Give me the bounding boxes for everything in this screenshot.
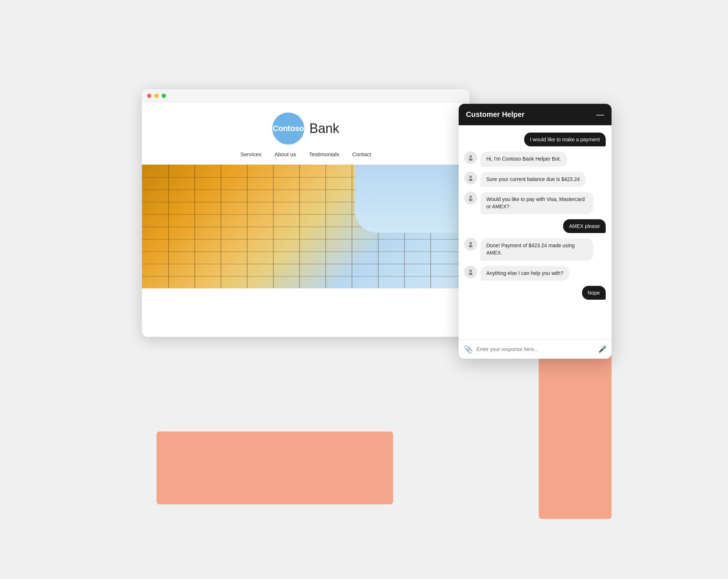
svg-rect-7 [469,245,472,248]
mic-icon[interactable]: 🎤 [598,345,606,353]
chat-minimize-button[interactable]: — [596,111,604,119]
bot-avatar-6 [464,238,477,251]
browser-dot-close[interactable] [147,94,151,98]
chat-input[interactable] [476,346,595,352]
deco-block-left [157,432,393,504]
browser-content: Contoso Bank Services About us Testimoni… [142,102,470,288]
nav-services[interactable]: Services [241,151,262,157]
svg-rect-3 [469,178,472,181]
svg-point-0 [470,155,472,158]
chat-message-bot-3: Sure your current balance due is $423.24 [480,172,586,187]
bot-avatar-2 [464,151,477,164]
bank-nav: Services About us Testimonials Contact [241,151,371,157]
bot-avatar-3 [464,172,477,184]
chat-message-user-8: Nope [582,286,606,300]
chat-input-area: 📎 🎤 [459,339,612,359]
chat-message-bot-row-6: Done! Payment of $423.24 made using AMEX… [464,238,606,260]
chat-message-user-1: I would like to make a payment [524,133,606,146]
bank-logo-text: Contoso [273,124,304,133]
attach-icon[interactable]: 📎 [464,345,473,354]
bot-icon-3 [467,174,474,182]
chat-message-bot-4: Would you like to pay with Visa, Masterc… [480,192,593,214]
chat-message-bot-2: Hi, I'm Contoso Bank Helper Bot. [480,151,567,167]
svg-rect-5 [469,199,472,201]
bot-icon-4 [467,194,474,202]
svg-rect-1 [469,158,472,161]
scene: Contoso Bank Services About us Testimoni… [127,53,601,526]
hero-image [142,165,470,288]
browser-dot-minimize[interactable] [154,94,159,98]
svg-point-4 [470,196,472,198]
bot-icon-7 [467,268,474,276]
chat-message-bot-row-3: Sure your current balance due is $423.24 [464,172,606,187]
chat-message-bot-6: Done! Payment of $423.24 made using AMEX… [480,238,593,260]
svg-point-2 [470,176,472,178]
chat-header-title: Customer Helper [466,110,525,119]
browser-window: Contoso Bank Services About us Testimoni… [142,89,470,337]
chat-header: Customer Helper — [459,104,612,125]
bot-avatar-4 [464,192,477,204]
chat-message-bot-row-7: Anything else I can help you with? [464,266,606,281]
chat-message-bot-row-4: Would you like to pay with Visa, Masterc… [464,192,606,214]
chat-widget: Customer Helper — I would like to make a… [459,104,612,359]
svg-point-8 [470,269,472,272]
nav-about[interactable]: About us [274,151,296,157]
browser-dot-maximize[interactable] [162,94,166,98]
chat-message-user-5: AMEX please [563,219,606,233]
bank-logo-circle: Contoso [272,113,304,145]
bank-name: Bank [309,121,339,136]
svg-point-6 [470,242,472,245]
bot-icon-2 [467,154,474,161]
bot-avatar-7 [464,266,477,278]
browser-chrome [142,89,470,102]
bank-header: Contoso Bank Services About us Testimoni… [142,102,470,157]
chat-messages: I would like to make a payment Hi, I'm C… [459,125,612,339]
nav-contact[interactable]: Contact [352,151,371,157]
chat-message-bot-row-2: Hi, I'm Contoso Bank Helper Bot. [464,151,606,167]
nav-testimonials[interactable]: Testimonials [309,151,339,157]
bank-logo-area: Contoso Bank [272,113,339,145]
bot-icon-6 [467,241,474,248]
svg-rect-9 [469,272,472,275]
chat-message-bot-7: Anything else I can help you with? [480,266,569,281]
